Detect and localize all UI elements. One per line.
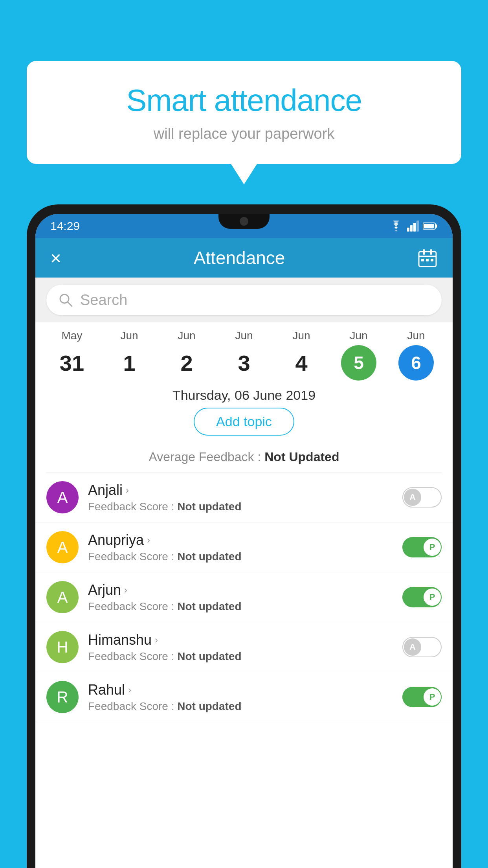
svg-rect-5 (436, 224, 437, 228)
student-info[interactable]: Rahul›Feedback Score : Not updated (88, 682, 393, 713)
date-item[interactable]: Jun5 (339, 329, 378, 381)
date-day: 6 (398, 345, 434, 381)
close-button[interactable]: × (50, 247, 61, 269)
attendance-toggle[interactable]: P (402, 537, 442, 557)
search-bar[interactable]: Search (46, 285, 442, 315)
student-item: RRahul›Feedback Score : Not updatedP (35, 672, 453, 722)
date-day: 1 (112, 345, 147, 381)
date-day: 4 (284, 345, 319, 381)
attendance-toggle[interactable]: A (402, 487, 442, 508)
bubble-subtitle: will replace your paperwork (50, 125, 438, 142)
app-bar-title: Attendance (194, 247, 285, 268)
svg-line-15 (68, 302, 72, 306)
student-name[interactable]: Rahul› (88, 682, 393, 698)
student-item: HHimanshu›Feedback Score : Not updatedA (35, 622, 453, 672)
attendance-toggle[interactable]: P (402, 587, 442, 607)
svg-rect-11 (421, 259, 424, 261)
student-feedback: Feedback Score : Not updated (88, 700, 393, 713)
date-item[interactable]: Jun3 (224, 329, 264, 381)
signal-icon (407, 221, 419, 232)
student-feedback: Feedback Score : Not updated (88, 650, 393, 663)
camera (240, 217, 248, 226)
avg-feedback-value: Not Updated (264, 450, 339, 464)
phone-frame: 14:29 (27, 204, 461, 868)
chevron-icon: › (155, 634, 158, 645)
search-icon (58, 292, 73, 307)
selected-date: Thursday, 06 June 2019 (35, 381, 453, 408)
svg-rect-0 (407, 228, 409, 232)
date-item[interactable]: Jun1 (110, 329, 149, 381)
student-info[interactable]: Arjun›Feedback Score : Not updated (88, 582, 393, 613)
date-item[interactable]: Jun4 (282, 329, 321, 381)
student-info[interactable]: Anjali›Feedback Score : Not updated (88, 482, 393, 513)
chevron-icon: › (147, 535, 150, 546)
student-info[interactable]: Himanshu›Feedback Score : Not updated (88, 632, 393, 663)
student-feedback: Feedback Score : Not updated (88, 600, 393, 613)
date-day: 31 (54, 345, 90, 381)
avatar: A (46, 581, 79, 613)
attendance-toggle[interactable]: P (402, 687, 442, 707)
date-month: Jun (120, 329, 138, 342)
student-name[interactable]: Anupriya› (88, 532, 393, 548)
attendance-toggle[interactable]: A (402, 637, 442, 657)
screen-content: Search May31Jun1Jun2Jun3Jun4Jun5Jun6 Thu… (35, 278, 453, 868)
wifi-icon (389, 221, 403, 232)
add-topic-button[interactable]: Add topic (194, 408, 294, 436)
search-bar-container: Search (35, 278, 453, 322)
date-month: May (62, 329, 83, 342)
svg-rect-6 (424, 224, 434, 228)
svg-rect-2 (413, 223, 416, 232)
avatar: A (46, 481, 79, 513)
svg-rect-12 (426, 259, 429, 261)
student-info[interactable]: Anupriya›Feedback Score : Not updated (88, 532, 393, 563)
student-item: AAnjali›Feedback Score : Not updatedA (35, 473, 453, 522)
search-placeholder: Search (80, 292, 127, 309)
date-month: Jun (350, 329, 367, 342)
bubble-title: Smart attendance (50, 83, 438, 118)
student-list: AAnjali›Feedback Score : Not updatedAAAn… (35, 473, 453, 722)
student-name[interactable]: Anjali› (88, 482, 393, 498)
date-item[interactable]: Jun2 (167, 329, 206, 381)
student-feedback: Feedback Score : Not updated (88, 550, 393, 563)
calendar-icon[interactable] (417, 248, 438, 268)
student-item: AArjun›Feedback Score : Not updatedP (35, 572, 453, 622)
svg-rect-13 (431, 259, 433, 261)
date-month: Jun (178, 329, 195, 342)
avatar: R (46, 681, 79, 713)
speech-bubble: Smart attendance will replace your paper… (27, 61, 461, 164)
chevron-icon: › (124, 585, 127, 596)
avatar: A (46, 531, 79, 563)
date-month: Jun (235, 329, 253, 342)
svg-rect-3 (416, 221, 419, 232)
status-icons (389, 221, 438, 232)
battery-icon (423, 222, 438, 230)
date-day: 5 (341, 345, 376, 381)
date-month: Jun (292, 329, 310, 342)
chevron-icon: › (126, 485, 129, 496)
date-day: 2 (169, 345, 204, 381)
notch (218, 214, 270, 229)
app-bar: × Attendance (35, 238, 453, 278)
svg-rect-9 (423, 249, 425, 255)
svg-rect-1 (410, 225, 413, 232)
student-name[interactable]: Himanshu› (88, 632, 393, 648)
date-day: 3 (226, 345, 262, 381)
avatar: H (46, 631, 79, 663)
status-time: 14:29 (50, 219, 80, 233)
chevron-icon: › (128, 684, 131, 695)
date-month: Jun (407, 329, 425, 342)
svg-rect-10 (430, 249, 432, 255)
avg-feedback-label: Average Feedback : (149, 450, 265, 464)
status-bar: 14:29 (35, 214, 453, 238)
avg-feedback: Average Feedback : Not Updated (35, 450, 453, 472)
student-name[interactable]: Arjun› (88, 582, 393, 598)
student-feedback: Feedback Score : Not updated (88, 500, 393, 513)
date-strip: May31Jun1Jun2Jun3Jun4Jun5Jun6 (35, 322, 453, 381)
date-item[interactable]: Jun6 (396, 329, 436, 381)
student-item: AAnupriya›Feedback Score : Not updatedP (35, 522, 453, 572)
date-item[interactable]: May31 (52, 329, 92, 381)
